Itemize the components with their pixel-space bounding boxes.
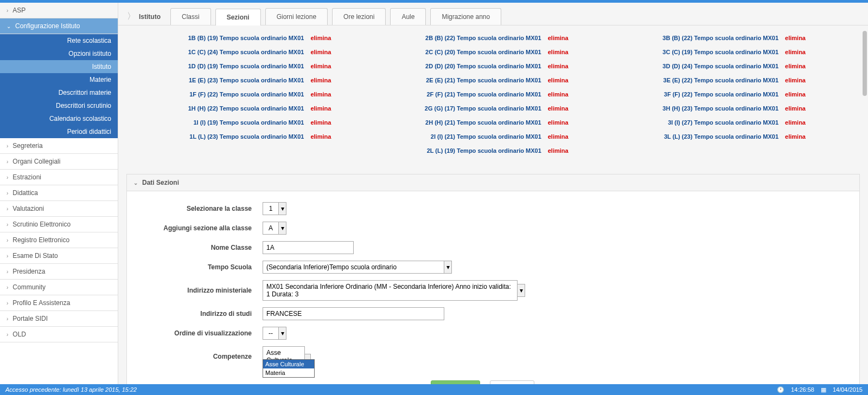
section-link[interactable]: 1D (D) (19) Tempo scuola ordinario MX01 bbox=[188, 63, 304, 69]
sidebar-group-community[interactable]: › Community bbox=[0, 280, 118, 295]
delete-link[interactable]: elimina bbox=[785, 133, 806, 140]
section-link[interactable]: 2B (B) (22) Tempo scuola ordinario MX01 bbox=[425, 35, 541, 41]
delete-link[interactable]: elimina bbox=[548, 133, 569, 140]
section-link[interactable]: 1H (H) (22) Tempo scuola ordinario MX01 bbox=[188, 105, 304, 112]
competenze-select[interactable]: Asse Culturale▾ Asse Culturale Materia bbox=[263, 346, 311, 367]
sidebar-group-valutazioni[interactable]: › Valutazioni bbox=[0, 201, 118, 217]
section-link[interactable]: 2G (G) (17) Tempo scuola ordinario MX01 bbox=[425, 105, 541, 112]
sidebar-group-segreteria[interactable]: › Segreteria bbox=[0, 138, 118, 154]
delete-link[interactable]: elimina bbox=[785, 49, 806, 55]
delete-link[interactable]: elimina bbox=[310, 77, 331, 83]
add-section-value[interactable]: A bbox=[263, 222, 279, 235]
indirizzo-min-value[interactable]: MX01 Secondaria Inferiore Ordinario (MM … bbox=[263, 280, 518, 301]
delete-link[interactable]: elimina bbox=[785, 35, 806, 41]
delete-link[interactable]: elimina bbox=[785, 105, 806, 112]
sidebar-group-old[interactable]: › OLD bbox=[0, 327, 118, 342]
sidebar-item-periodi[interactable]: Periodi didattici bbox=[0, 125, 118, 138]
add-section-dropdown[interactable]: ▾ bbox=[279, 222, 286, 235]
ordine-dropdown[interactable]: ▾ bbox=[279, 327, 286, 340]
sidebar-group-configurazione[interactable]: ⌄ Configurazione Istituto bbox=[0, 18, 118, 34]
tempo-value[interactable]: (Secondaria Inferiore)Tempo scuola ordin… bbox=[263, 261, 444, 274]
scrollbar[interactable] bbox=[861, 25, 867, 384]
sidebar-item-opzioni[interactable]: Opzioni istituto bbox=[0, 47, 118, 60]
section-link[interactable]: 2D (D) (20) Tempo scuola ordinario MX01 bbox=[425, 63, 541, 69]
section-link[interactable]: 2I (I) (21) Tempo scuola ordinario MX01 bbox=[431, 133, 541, 140]
delete-link[interactable]: elimina bbox=[785, 91, 806, 98]
indirizzo-studi-input[interactable] bbox=[263, 307, 444, 320]
tempo-dropdown[interactable]: ▾ bbox=[444, 261, 452, 274]
section-link[interactable]: 1B (B) (19) Tempo scuola ordinario MX01 bbox=[188, 35, 304, 41]
delete-link[interactable]: elimina bbox=[310, 133, 331, 140]
section-link[interactable]: 1E (E) (23) Tempo scuola ordinario MX01 bbox=[189, 77, 304, 83]
class-select-value[interactable]: 1 bbox=[263, 202, 279, 215]
tab-ore[interactable]: Ore lezioni bbox=[332, 8, 386, 25]
competenze-option-materia[interactable]: Materia bbox=[263, 368, 314, 377]
sidebar-group-registro[interactable]: › Registro Elettronico bbox=[0, 232, 118, 248]
delete-link[interactable]: elimina bbox=[548, 119, 569, 126]
tab-giorni[interactable]: Giorni lezione bbox=[265, 8, 328, 25]
delete-link[interactable]: elimina bbox=[548, 35, 569, 41]
panel-header[interactable]: ⌄ Dati Sezioni bbox=[127, 174, 859, 191]
sidebar-group-scrutinio[interactable]: › Scrutinio Elettronico bbox=[0, 217, 118, 232]
new-button[interactable]: NUOVO bbox=[490, 380, 534, 384]
section-link[interactable]: 3I (I) (27) Tempo scuola ordinario MX01 bbox=[668, 119, 778, 126]
sidebar-group-asp[interactable]: › ASP bbox=[0, 3, 118, 18]
sidebar-item-descrittori-scrutinio[interactable]: Descrittori scrutinio bbox=[0, 99, 118, 112]
sidebar-group-sidi[interactable]: › Portale SIDI bbox=[0, 311, 118, 327]
section-link[interactable]: 2F (F) (21) Tempo scuola ordinario MX01 bbox=[426, 91, 541, 98]
delete-link[interactable]: elimina bbox=[548, 91, 569, 98]
class-name-input[interactable] bbox=[263, 241, 354, 254]
section-link[interactable]: 3F (F) (22) Tempo scuola ordinario MX01 bbox=[664, 91, 778, 98]
section-link[interactable]: 3E (E) (22) Tempo scuola ordinario MX01 bbox=[663, 77, 779, 83]
tab-aule[interactable]: Aule bbox=[390, 8, 426, 25]
section-link[interactable]: 3H (H) (23) Tempo scuola ordinario MX01 bbox=[662, 105, 778, 112]
section-link[interactable]: 3C (C) (19) Tempo scuola ordinario MX01 bbox=[662, 49, 778, 55]
sidebar-group-organi[interactable]: › Organi Collegiali bbox=[0, 154, 118, 170]
delete-link[interactable]: elimina bbox=[548, 63, 569, 69]
section-link[interactable]: 3D (D) (24) Tempo scuola ordinario MX01 bbox=[662, 63, 778, 69]
sidebar-group-presidenza[interactable]: › Presidenza bbox=[0, 264, 118, 280]
class-select-dropdown[interactable]: ▾ bbox=[279, 202, 286, 215]
sidebar-item-descrittori-materie[interactable]: Descrittori materie bbox=[0, 86, 118, 99]
section-link[interactable]: 3L (L) (23) Tempo scuola ordinario MX01 bbox=[664, 133, 778, 140]
sidebar-group-didattica[interactable]: › Didattica bbox=[0, 185, 118, 201]
section-link[interactable]: 2C (C) (20) Tempo scuola ordinario MX01 bbox=[425, 49, 541, 55]
sidebar-group-esame[interactable]: › Esame Di Stato bbox=[0, 248, 118, 264]
ordine-value[interactable]: -- bbox=[263, 327, 279, 340]
scrollbar-thumb[interactable] bbox=[863, 31, 867, 96]
delete-link[interactable]: elimina bbox=[310, 119, 331, 126]
section-link[interactable]: 1F (F) (22) Tempo scuola ordinario MX01 bbox=[189, 91, 304, 98]
delete-link[interactable]: elimina bbox=[310, 105, 331, 112]
delete-link[interactable]: elimina bbox=[785, 77, 806, 83]
delete-link[interactable]: elimina bbox=[548, 105, 569, 112]
delete-link[interactable]: elimina bbox=[310, 63, 331, 69]
sidebar-group-profilo[interactable]: › Profilo E Assistenza bbox=[0, 295, 118, 311]
section-link[interactable]: 3B (B) (22) Tempo scuola ordinario MX01 bbox=[662, 35, 778, 41]
sidebar-group-estrazioni[interactable]: › Estrazioni bbox=[0, 170, 118, 185]
delete-link[interactable]: elimina bbox=[548, 49, 569, 55]
sidebar-item-rete[interactable]: Rete scolastica bbox=[0, 34, 118, 47]
section-link[interactable]: 2H (H) (21) Tempo scuola ordinario MX01 bbox=[425, 119, 541, 126]
sidebar-item-materie[interactable]: Materie bbox=[0, 73, 118, 86]
delete-link[interactable]: elimina bbox=[310, 35, 331, 41]
content-area: 1B (B) (19) Tempo scuola ordinario MX01e… bbox=[118, 25, 868, 384]
delete-link[interactable]: elimina bbox=[548, 77, 569, 83]
sidebar-item-istituto[interactable]: Istituto bbox=[0, 60, 118, 73]
tab-classi[interactable]: Classi bbox=[170, 8, 211, 25]
delete-link[interactable]: elimina bbox=[785, 63, 806, 69]
tab-sezioni[interactable]: Sezioni bbox=[215, 9, 261, 25]
section-link[interactable]: 1I (I) (19) Tempo scuola ordinario MX01 bbox=[193, 119, 304, 126]
sidebar-item-calendario[interactable]: Calendario scolastico bbox=[0, 112, 118, 125]
indirizzo-min-dropdown[interactable]: ▾ bbox=[518, 284, 525, 297]
section-link[interactable]: 2E (E) (21) Tempo scuola ordinario MX01 bbox=[426, 77, 541, 83]
section-link[interactable]: 1C (C) (24) Tempo scuola ordinario MX01 bbox=[188, 49, 304, 55]
delete-link[interactable]: elimina bbox=[785, 119, 806, 126]
section-link[interactable]: 2L (L) (19) Tempo scuola ordinario MX01 bbox=[427, 147, 541, 154]
delete-link[interactable]: elimina bbox=[548, 147, 569, 154]
section-link[interactable]: 1L (L) (23) Tempo scuola ordinario MX01 bbox=[189, 133, 304, 140]
delete-link[interactable]: elimina bbox=[310, 49, 331, 55]
delete-link[interactable]: elimina bbox=[310, 91, 331, 98]
competenze-option-asse[interactable]: Asse Culturale bbox=[263, 360, 314, 368]
save-button[interactable]: ✓ SALVA bbox=[431, 380, 480, 384]
tab-migrazione[interactable]: Migrazione anno bbox=[430, 8, 501, 25]
